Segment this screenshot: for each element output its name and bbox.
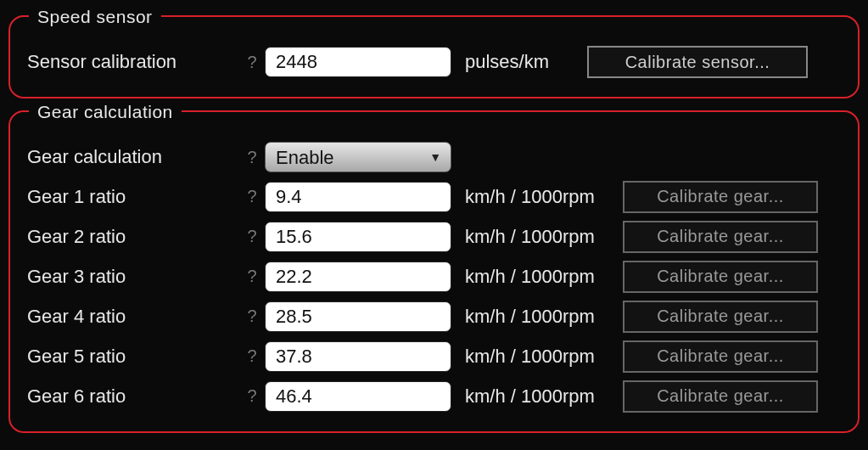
sensor-calibration-row: Sensor calibration ? pulses/km Calibrate… [27,42,841,82]
gear-calc-mode-label: Gear calculation [27,146,239,168]
help-icon[interactable]: ? [239,346,265,366]
gear-ratio-input[interactable] [265,222,451,252]
gear-ratio-unit: km/h / 1000rpm [451,385,630,408]
calibrate-gear-button[interactable]: Calibrate gear... [623,221,818,253]
help-icon[interactable]: ? [239,307,265,326]
gear-ratio-row: Gear 2 ratio?km/h / 1000rpmCalibrate gea… [27,217,841,256]
gear-ratio-unit: km/h / 1000rpm [451,266,630,288]
gear-ratio-input[interactable] [265,381,451,412]
gear-ratio-unit: km/h / 1000rpm [451,226,630,248]
gear-ratio-input[interactable] [265,262,451,292]
help-icon[interactable]: ? [239,53,265,72]
calibrate-sensor-button[interactable]: Calibrate sensor... [587,46,808,78]
gear-calculation-legend: Gear calculation [29,102,182,122]
sensor-calibration-label: Sensor calibration [27,51,239,73]
gear-ratio-input[interactable] [265,182,451,212]
gear-ratio-label: Gear 1 ratio [27,186,239,208]
sensor-calibration-input[interactable] [265,47,451,77]
gear-ratio-label: Gear 5 ratio [27,346,239,368]
gear-ratio-row: Gear 5 ratio?km/h / 1000rpmCalibrate gea… [27,336,841,376]
speed-sensor-legend: Speed sensor [29,7,161,27]
gear-calc-mode-select-wrap: EnableDisable ▼ [265,142,451,172]
speed-sensor-group: Speed sensor Sensor calibration ? pulses… [8,15,860,98]
calibrate-gear-button[interactable]: Calibrate gear... [623,340,818,373]
calibrate-gear-button[interactable]: Calibrate gear... [623,181,818,213]
gear-ratio-label: Gear 6 ratio [27,385,239,408]
gear-ratio-input[interactable] [265,301,451,332]
sensor-calibration-unit: pulses/km [451,51,562,73]
gear-rows-container: Gear 1 ratio?km/h / 1000rpmCalibrate gea… [27,177,841,416]
gear-calculation-group: Gear calculation Gear calculation ? Enab… [8,110,860,433]
help-icon[interactable]: ? [239,267,265,286]
help-icon[interactable]: ? [239,187,265,206]
gear-ratio-label: Gear 4 ratio [27,306,239,328]
calibrate-gear-button[interactable]: Calibrate gear... [623,380,818,413]
help-icon[interactable]: ? [239,148,265,167]
gear-ratio-row: Gear 4 ratio?km/h / 1000rpmCalibrate gea… [27,296,841,336]
calibrate-gear-button[interactable]: Calibrate gear... [623,261,818,293]
gear-ratio-row: Gear 3 ratio?km/h / 1000rpmCalibrate gea… [27,256,841,296]
help-icon[interactable]: ? [239,386,265,406]
gear-ratio-unit: km/h / 1000rpm [451,346,630,368]
gear-calc-mode-row: Gear calculation ? EnableDisable ▼ [27,138,841,177]
gear-ratio-input[interactable] [265,341,451,372]
help-icon[interactable]: ? [239,227,265,246]
gear-ratio-unit: km/h / 1000rpm [451,306,630,328]
gear-ratio-row: Gear 6 ratio?km/h / 1000rpmCalibrate gea… [27,376,841,416]
gear-ratio-label: Gear 3 ratio [27,266,239,288]
gear-ratio-unit: km/h / 1000rpm [451,186,630,208]
gear-ratio-row: Gear 1 ratio?km/h / 1000rpmCalibrate gea… [27,177,841,217]
gear-ratio-label: Gear 2 ratio [27,226,239,248]
calibrate-gear-button[interactable]: Calibrate gear... [623,301,818,333]
gear-calc-mode-select[interactable]: EnableDisable [265,142,451,172]
